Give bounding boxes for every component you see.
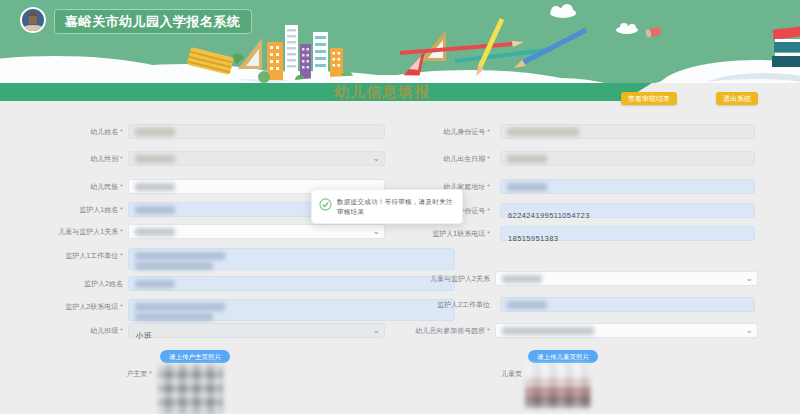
redacted-value: [507, 128, 579, 136]
redacted-value: [135, 313, 213, 321]
required-marker: *: [487, 155, 490, 162]
redacted-value: [135, 155, 175, 163]
field-row-child-id-number: 幼儿身份证号*: [370, 124, 755, 139]
field-label-child-id-number: 幼儿身份证号*: [370, 124, 490, 139]
guardian1-workplace-input[interactable]: [128, 248, 455, 270]
guardian1-phone-input[interactable]: 18515951383: [500, 226, 755, 241]
field-label-guardian2-workplace: 监护人2工作单位: [370, 297, 490, 312]
redacted-value: [135, 303, 225, 311]
child-class-select[interactable]: 小班⌄: [128, 323, 385, 338]
required-marker: *: [487, 207, 490, 214]
success-toast: 数据提交成功！等待审核，请及时关注审核结果: [311, 189, 463, 224]
field-label-guardian1-name: 监护人1姓名*: [0, 202, 123, 217]
page-title: 幼儿信息填报: [306, 83, 458, 101]
redacted-value: [135, 228, 175, 236]
required-marker: *: [120, 228, 123, 235]
field-row-child-class: 幼儿班级*小班⌄: [0, 323, 385, 338]
redacted-value: [135, 280, 175, 288]
required-marker: *: [487, 183, 490, 190]
redacted-value: [507, 155, 547, 163]
household-register-photo: [158, 364, 223, 414]
field-label-guardian1-phone: 监护人1联系电话*: [370, 226, 490, 241]
guardian1-id-number-input[interactable]: 622424199511054723: [500, 203, 755, 218]
required-marker: *: [487, 327, 490, 334]
field-label-lottery-kindergarten: 幼儿意向参加摇号园所*: [370, 323, 490, 338]
field-label-child-guardian1-relation: 儿童与监护人1关系*: [0, 224, 123, 239]
required-marker: *: [487, 128, 490, 135]
child-home-address-input[interactable]: [500, 179, 755, 194]
field-row-child-gender: 幼儿性别*⌄: [0, 151, 385, 166]
child-page-label: 儿童页: [470, 369, 522, 379]
field-label-child-name: 幼儿姓名*: [0, 124, 123, 139]
required-marker: *: [120, 252, 123, 259]
redacted-value: [135, 206, 175, 214]
child-guardian1-relation-select[interactable]: ⌄: [128, 224, 385, 239]
field-row-lottery-kindergarten: 幼儿意向参加摇号园所*⌄: [370, 323, 758, 338]
child-page-photo: [525, 364, 591, 408]
field-value-guardian1-phone: 18515951383: [501, 232, 558, 245]
redacted-value: [507, 183, 547, 191]
household-page-label: 户主页*: [96, 369, 152, 379]
field-row-child-birthdate: 幼儿出生日期*: [370, 151, 755, 166]
required-marker: *: [120, 327, 123, 334]
guardian2-workplace-input[interactable]: [500, 297, 755, 312]
child-gender-select[interactable]: ⌄: [128, 151, 385, 166]
required-marker: *: [120, 128, 123, 135]
chevron-down-icon: ⌄: [745, 324, 753, 337]
child-name-input[interactable]: [128, 124, 385, 139]
field-row-child-guardian2-relation: 儿童与监护人2关系⌄: [370, 271, 758, 286]
child-guardian2-relation-select[interactable]: ⌄: [495, 271, 758, 286]
redacted-value: [502, 327, 594, 335]
redacted-value: [507, 301, 547, 309]
chevron-down-icon: ⌄: [745, 272, 753, 285]
lottery-kindergarten-select[interactable]: ⌄: [495, 323, 758, 338]
field-value-guardian1-id-number: 622424199511054723: [501, 209, 590, 222]
required-marker: *: [120, 155, 123, 162]
field-row-child-guardian1-relation: 儿童与监护人1关系*⌄: [0, 224, 385, 239]
redacted-value: [135, 128, 175, 136]
field-label-child-ethnicity: 幼儿民族*: [0, 179, 123, 194]
redacted-value: [135, 262, 213, 270]
required-marker: *: [120, 206, 123, 213]
redacted-value: [135, 252, 225, 260]
required-marker: *: [120, 183, 123, 190]
required-marker: *: [120, 303, 123, 310]
upload-household-page-button[interactable]: 请上传户主页照片: [160, 350, 230, 363]
field-value-child-class: 小班: [129, 329, 152, 342]
field-row-guardian2-workplace: 监护人2工作单位: [370, 297, 755, 312]
child-id-number-input[interactable]: [500, 124, 755, 139]
field-label-guardian2-phone: 监护人2联系电话*: [0, 299, 123, 314]
field-row-guardian1-phone: 监护人1联系电话*18515951383: [370, 226, 755, 241]
field-label-guardian1-workplace: 监护人1工作单位*: [0, 248, 123, 263]
redacted-value: [135, 183, 175, 191]
field-label-child-guardian2-relation: 儿童与监护人2关系: [370, 271, 490, 286]
field-row-guardian1-workplace: 监护人1工作单位*: [0, 248, 455, 270]
field-row-child-name: 幼儿姓名*: [0, 124, 385, 139]
required-marker: *: [487, 230, 490, 237]
redacted-value: [502, 275, 542, 283]
field-label-child-class: 幼儿班级*: [0, 323, 123, 338]
upload-child-page-button[interactable]: 请上传儿童页照片: [528, 350, 598, 363]
field-label-guardian2-name: 监护人2姓名: [0, 276, 123, 291]
toast-message: 数据提交成功！等待审核，请及时关注审核结果: [337, 197, 454, 217]
field-label-child-gender: 幼儿性别*: [0, 151, 123, 166]
child-birthdate-input[interactable]: [500, 151, 755, 166]
field-label-child-birthdate: 幼儿出生日期*: [370, 151, 490, 166]
required-marker: *: [149, 370, 152, 377]
success-check-icon: [319, 197, 332, 215]
